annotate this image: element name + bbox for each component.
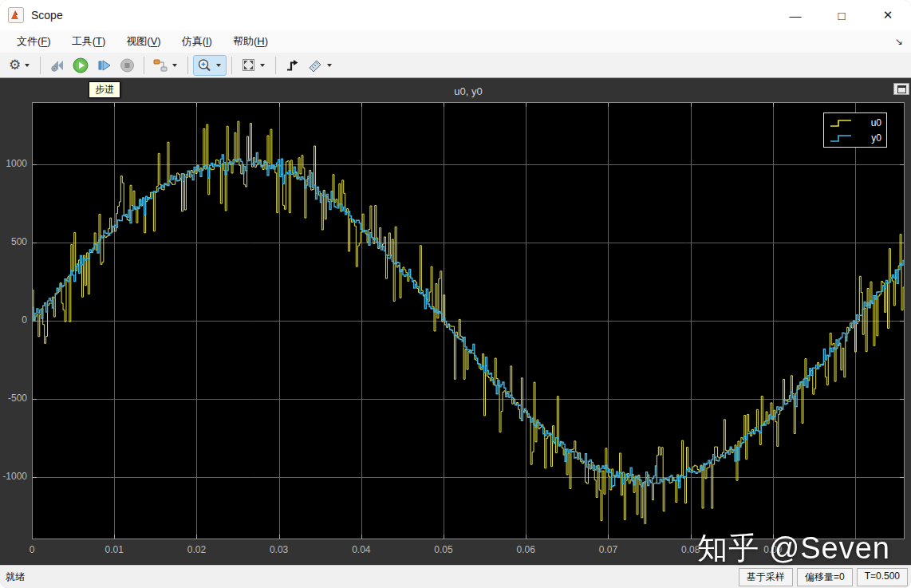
minimize-button[interactable]: — (772, 0, 818, 30)
menu-overflow-arrow-icon[interactable]: ↘ (895, 36, 903, 47)
x-tick-label: 0.01 (94, 544, 134, 555)
scope-area: u0, y0 u0y0 步进 00.010.020.030.040.050.06… (0, 78, 911, 565)
step-forward-tooltip: 步进 (89, 81, 120, 98)
legend-label: u0 (871, 117, 881, 128)
run-button[interactable] (69, 54, 93, 77)
step-forward-icon (97, 58, 112, 73)
status-text: 就绪 (6, 570, 25, 584)
legend[interactable]: u0y0 (823, 112, 887, 148)
legend-entry-u0[interactable]: u0 (829, 115, 881, 130)
simulink-scope-app-icon (8, 7, 24, 23)
y-tick-label: 1000 (0, 158, 27, 169)
menu-item-H[interactable]: 帮助(H) (223, 31, 278, 52)
status-segment-1: 偏移量=0 (797, 568, 853, 586)
dropdown-caret-icon (172, 64, 177, 67)
maximize-button[interactable]: □ (818, 0, 865, 30)
status-segments: 基于采样偏移量=0T=0.500 (739, 568, 908, 586)
signal-selector-button[interactable] (149, 55, 183, 76)
menu-item-I[interactable]: 仿真(I) (172, 31, 223, 52)
measurements-ruler-icon (308, 58, 323, 73)
run-icon (73, 57, 89, 73)
signal-selector-icon (153, 58, 168, 73)
close-button[interactable]: ✕ (865, 0, 911, 30)
menu-bar: 文件(F)工具(T)视图(V)仿真(I)帮助(H)↘ (0, 30, 911, 53)
x-tick-label: 0.06 (506, 544, 546, 555)
stop-icon (120, 58, 135, 73)
maximize-axes-icon (897, 85, 906, 93)
toolbar-separator (275, 57, 276, 74)
legend-entry-y0[interactable]: y0 (829, 130, 881, 145)
measurements-button[interactable] (304, 55, 337, 76)
gear-icon: ⚙ (9, 58, 21, 72)
y-tick-label: 500 (0, 236, 27, 247)
step-back-icon (49, 58, 65, 73)
legend-swatch-icon (829, 132, 853, 144)
zoom-button[interactable] (193, 55, 227, 76)
trigger-button[interactable] (281, 55, 304, 76)
fit-to-view-icon (241, 58, 256, 73)
x-tick-label: 0.05 (424, 544, 463, 555)
y-tick-label: -500 (0, 393, 27, 404)
step-forward-button[interactable] (93, 55, 116, 76)
zoom-in-icon (197, 58, 212, 73)
window-titlebar: Scope — □ ✕ (0, 0, 911, 30)
step-back-button[interactable] (45, 55, 69, 76)
dropdown-caret-icon (25, 64, 30, 67)
window-controls: — □ ✕ (772, 0, 911, 30)
menu-item-T[interactable]: 工具(T) (61, 31, 116, 52)
legend-swatch-icon (829, 117, 853, 128)
toolbar-separator (144, 57, 144, 74)
settings-button[interactable]: ⚙ (5, 55, 35, 75)
scope-window: Scope — □ ✕ 文件(F)工具(T)视图(V)仿真(I)帮助(H)↘ ⚙ (0, 0, 911, 588)
x-tick-label: 0.07 (588, 544, 628, 555)
menu-item-F[interactable]: 文件(F) (6, 31, 61, 52)
x-tick-label: 0 (12, 544, 52, 555)
window-title: Scope (31, 9, 63, 22)
toolbar-separator (40, 57, 41, 74)
fit-to-view-button[interactable] (237, 55, 270, 76)
dropdown-caret-icon (260, 64, 265, 67)
watermark: 知乎 @Seven (697, 528, 890, 569)
dropdown-caret-icon (216, 64, 221, 67)
dropdown-caret-icon (327, 64, 332, 67)
y-tick-label: -1000 (0, 471, 27, 482)
y-tick-label: 0 (0, 314, 27, 326)
maximize-axes-button[interactable] (893, 83, 909, 95)
menu-item-V[interactable]: 视图(V) (116, 31, 171, 52)
plot-title: u0, y0 (32, 85, 905, 97)
legend-label: y0 (871, 132, 881, 144)
x-tick-label: 0.02 (176, 544, 216, 555)
x-tick-label: 0.04 (341, 544, 381, 555)
trigger-icon (285, 58, 300, 73)
toolbar-separator (231, 57, 232, 74)
stop-button[interactable] (116, 55, 139, 76)
x-tick-label: 0.03 (259, 544, 299, 555)
status-segment-0: 基于采样 (739, 568, 793, 586)
status-segment-2: T=0.500 (857, 568, 908, 586)
waveform-canvas[interactable] (32, 102, 905, 539)
toolbar-separator (187, 57, 188, 74)
toolbar: ⚙ (0, 53, 911, 78)
